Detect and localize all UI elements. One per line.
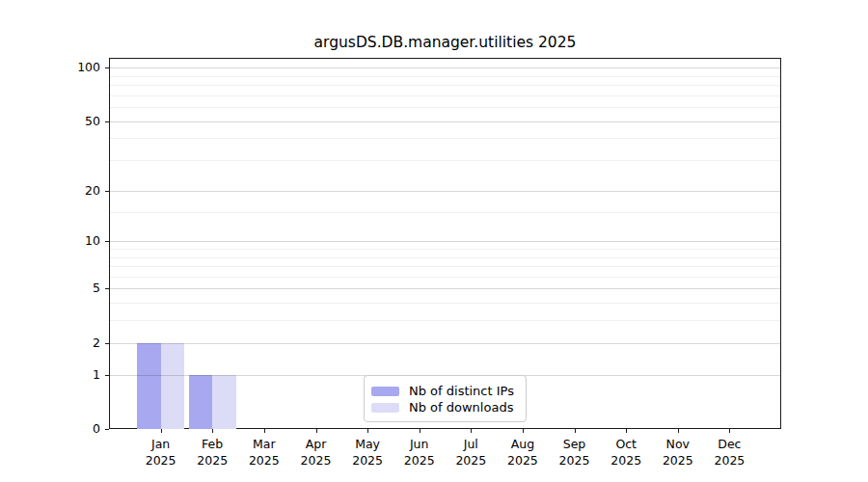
y-axis-tick bbox=[105, 375, 109, 376]
y-gridline-minor bbox=[110, 320, 780, 321]
y-gridline-minor bbox=[110, 76, 780, 77]
bar-nb-of-distinct-ips-feb bbox=[189, 375, 213, 429]
y-tick-label: 50 bbox=[47, 114, 100, 129]
y-tick-label: 1 bbox=[47, 367, 100, 383]
x-tick-year: 2025 bbox=[559, 452, 590, 469]
y-tick-label: 20 bbox=[47, 183, 100, 199]
legend-entry-downloads: Nb of downloads bbox=[371, 399, 520, 415]
y-gridline-minor bbox=[110, 85, 780, 86]
x-tick-year: 2025 bbox=[301, 452, 332, 469]
x-tick-label: Sep2025 bbox=[559, 436, 590, 469]
y-gridline-minor bbox=[110, 95, 780, 96]
figure: argusDS.DB.manager.utilities 2025 Nb of … bbox=[0, 0, 868, 482]
bar-nb-of-distinct-ips-jan bbox=[137, 343, 161, 429]
x-axis-tick bbox=[575, 429, 576, 433]
x-tick-label: May2025 bbox=[352, 436, 383, 469]
bar-nb-of-downloads-jan bbox=[161, 343, 185, 429]
x-tick-year: 2025 bbox=[455, 452, 486, 469]
legend-entry-distinct-ips: Nb of distinct IPs bbox=[371, 383, 520, 399]
y-axis-tick bbox=[105, 191, 109, 192]
x-tick-month: Oct bbox=[610, 436, 641, 452]
plot-area bbox=[109, 58, 781, 429]
x-tick-month: Mar bbox=[249, 436, 280, 452]
y-gridline-minor bbox=[110, 160, 780, 161]
x-tick-year: 2025 bbox=[507, 452, 538, 469]
y-axis-tick bbox=[105, 241, 109, 242]
y-gridline-major bbox=[110, 67, 780, 68]
x-axis-tick bbox=[264, 429, 265, 433]
x-tick-year: 2025 bbox=[714, 452, 745, 469]
x-tick-month: Jul bbox=[455, 436, 486, 452]
x-axis-tick bbox=[729, 429, 730, 433]
x-tick-label: Jan2025 bbox=[146, 436, 176, 469]
y-axis-tick bbox=[105, 121, 109, 122]
legend-swatch-downloads bbox=[371, 403, 399, 413]
x-axis-tick bbox=[316, 429, 317, 433]
y-axis-tick bbox=[105, 343, 109, 344]
bar-nb-of-downloads-feb bbox=[212, 375, 236, 429]
x-tick-month: May bbox=[352, 436, 383, 452]
legend-label-distinct-ips: Nb of distinct IPs bbox=[409, 383, 514, 399]
x-tick-year: 2025 bbox=[404, 452, 435, 469]
x-tick-month: Nov bbox=[663, 436, 693, 452]
y-tick-label: 100 bbox=[47, 60, 100, 75]
x-tick-month: Feb bbox=[197, 436, 228, 452]
y-gridline-minor bbox=[110, 266, 780, 267]
x-axis-tick bbox=[212, 429, 213, 433]
y-gridline-minor bbox=[110, 138, 780, 139]
y-gridline-minor bbox=[110, 257, 780, 258]
x-tick-month: Sep bbox=[559, 436, 590, 452]
legend: Nb of distinct IPs Nb of downloads bbox=[364, 375, 527, 422]
x-tick-month: Aug bbox=[507, 436, 538, 452]
x-axis-tick bbox=[471, 429, 472, 433]
legend-swatch-distinct-ips bbox=[371, 387, 399, 396]
y-gridline-major bbox=[110, 241, 780, 242]
legend-label-downloads: Nb of downloads bbox=[409, 399, 513, 415]
y-axis-tick bbox=[105, 288, 109, 289]
y-gridline-major bbox=[110, 191, 780, 192]
x-tick-year: 2025 bbox=[197, 452, 228, 469]
y-tick-label: 0 bbox=[47, 421, 100, 437]
y-gridline-minor bbox=[110, 212, 780, 213]
x-tick-month: Dec bbox=[714, 436, 745, 452]
x-axis-tick bbox=[420, 429, 420, 433]
y-gridline-major bbox=[110, 343, 780, 344]
x-tick-label: Nov2025 bbox=[663, 436, 693, 469]
y-gridline-minor bbox=[110, 303, 780, 304]
x-tick-year: 2025 bbox=[663, 452, 693, 469]
x-tick-label: Jul2025 bbox=[455, 436, 486, 469]
y-gridline-minor bbox=[110, 107, 780, 108]
y-tick-label: 2 bbox=[47, 335, 100, 351]
y-axis-tick bbox=[105, 67, 109, 68]
y-gridline-major bbox=[110, 288, 780, 289]
y-tick-label: 5 bbox=[47, 281, 100, 296]
x-axis-tick bbox=[161, 429, 162, 433]
x-tick-label: Jun2025 bbox=[404, 436, 435, 469]
x-axis-tick bbox=[523, 429, 524, 433]
x-tick-year: 2025 bbox=[610, 452, 641, 469]
x-tick-year: 2025 bbox=[249, 452, 280, 469]
x-tick-month: Jan bbox=[146, 436, 176, 452]
y-gridline-minor bbox=[110, 249, 780, 250]
y-axis-tick bbox=[105, 429, 109, 430]
y-gridline-minor bbox=[110, 277, 780, 278]
x-tick-year: 2025 bbox=[146, 452, 176, 469]
x-tick-label: Aug2025 bbox=[507, 436, 538, 469]
chart-title: argusDS.DB.manager.utilities 2025 bbox=[109, 34, 781, 51]
x-axis-tick bbox=[367, 429, 368, 433]
x-tick-month: Jun bbox=[404, 436, 435, 452]
x-tick-label: Apr2025 bbox=[301, 436, 332, 469]
x-tick-label: Feb2025 bbox=[197, 436, 228, 469]
x-tick-label: Oct2025 bbox=[610, 436, 641, 469]
x-axis-tick bbox=[626, 429, 627, 433]
x-tick-label: Dec2025 bbox=[714, 436, 745, 469]
y-tick-label: 10 bbox=[47, 233, 100, 249]
x-tick-year: 2025 bbox=[352, 452, 383, 469]
x-tick-month: Apr bbox=[301, 436, 332, 452]
y-gridline-major bbox=[110, 121, 780, 122]
x-tick-label: Mar2025 bbox=[249, 436, 280, 469]
x-axis-tick bbox=[678, 429, 679, 433]
